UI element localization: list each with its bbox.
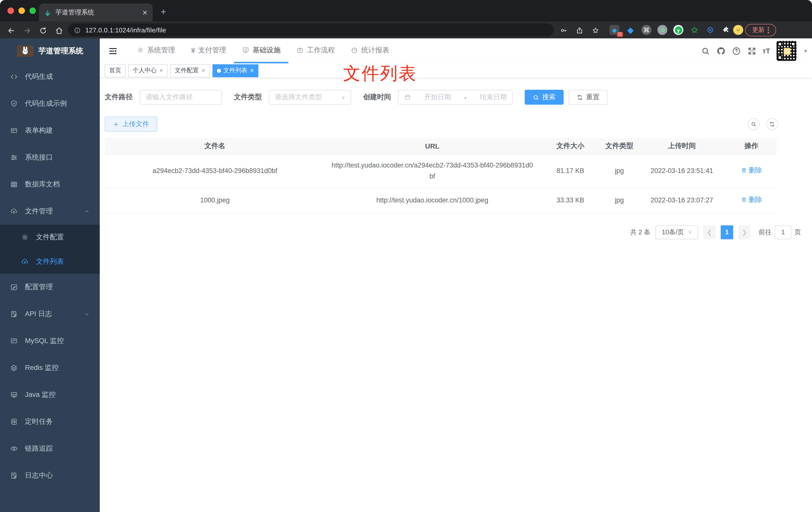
start-date-input[interactable]: 开始日期 bbox=[424, 93, 451, 102]
extension-gem-icon[interactable]: ◆ bbox=[626, 25, 635, 35]
chevron-down-icon: ∨ bbox=[688, 229, 692, 235]
browser-update-button[interactable]: 更新 bbox=[745, 24, 776, 36]
end-date-input[interactable]: 结束日期 bbox=[480, 93, 507, 102]
sidebar-item-文件配置[interactable]: 文件配置 bbox=[0, 225, 100, 249]
toggle-search-button[interactable] bbox=[748, 118, 760, 130]
close-window-button[interactable] bbox=[7, 7, 14, 14]
sidebar-item-API 日志[interactable]: API 日志 bbox=[0, 301, 100, 328]
sidebar: 芋道管理系统 代码生成代码生成示例表单构建系统接口数据库文档文件管理文件配置文件… bbox=[0, 38, 100, 512]
window-controls[interactable] bbox=[7, 7, 36, 14]
tag-个人中心[interactable]: 个人中心✕ bbox=[128, 64, 168, 77]
sidebar-item-配置管理[interactable]: 配置管理 bbox=[0, 274, 100, 301]
sidebar-item-代码生成示例[interactable]: 代码生成示例 bbox=[0, 90, 100, 117]
sidebar-item-MySQL 监控[interactable]: MySQL 监控 bbox=[0, 328, 100, 355]
goto-page-input[interactable]: 1 bbox=[775, 225, 791, 239]
extension-command-icon[interactable]: ⌘ bbox=[641, 25, 651, 35]
delete-button[interactable]: 删除 bbox=[741, 165, 762, 176]
browser-toolbar: 127.0.0.1:1024/infra/file/file ◆ 11 ◆ ⌘ … bbox=[0, 22, 812, 38]
refresh-table-button[interactable] bbox=[766, 118, 778, 130]
extension-tabs-icon[interactable]: ◆ 11 bbox=[609, 25, 619, 35]
tag-label: 个人中心 bbox=[133, 66, 156, 75]
file-type-select[interactable]: 请选择文件类型 ∨ bbox=[269, 90, 351, 105]
search-button[interactable]: 搜索 bbox=[525, 90, 563, 105]
collapse-sidebar-icon[interactable] bbox=[104, 42, 122, 60]
code-icon bbox=[10, 73, 18, 81]
sidebar-item-系统接口[interactable]: 系统接口 bbox=[0, 144, 100, 171]
favicon-plant-icon bbox=[44, 8, 51, 17]
search-icon bbox=[533, 94, 539, 100]
reload-icon[interactable] bbox=[39, 25, 48, 35]
tag-文件列表[interactable]: 文件列表✕ bbox=[212, 64, 259, 77]
topnav-item-统计报表[interactable]: 统计报表 bbox=[343, 38, 397, 63]
browser-tab[interactable]: 芋道管理系统 ✕ bbox=[39, 3, 153, 22]
font-size-icon[interactable]: ᴛT bbox=[762, 47, 770, 55]
tag-close-icon[interactable]: ✕ bbox=[201, 68, 205, 73]
new-tab-button[interactable]: + bbox=[161, 5, 166, 19]
password-key-icon[interactable] bbox=[560, 25, 568, 34]
sidebar-item-定时任务[interactable]: 定时任务 bbox=[0, 408, 100, 435]
chevron-down-icon: ∨ bbox=[341, 94, 345, 100]
refresh-icon bbox=[577, 94, 583, 100]
page-size-select[interactable]: 10条/页 ∨ bbox=[656, 225, 698, 239]
prev-page-button[interactable]: ❮ bbox=[703, 225, 716, 239]
tab-close-icon[interactable]: ✕ bbox=[142, 9, 148, 16]
github-icon[interactable] bbox=[716, 46, 725, 56]
reset-button[interactable]: 重置 bbox=[569, 90, 608, 105]
extensions-puzzle-icon[interactable] bbox=[721, 25, 731, 35]
file-path-label: 文件路径 bbox=[105, 93, 133, 102]
forward-icon[interactable] bbox=[23, 25, 31, 35]
zoom-window-button[interactable] bbox=[29, 7, 36, 14]
sidebar-item-代码生成[interactable]: 代码生成 bbox=[0, 63, 100, 90]
topnav-item-基础设施[interactable]: 基础设施 bbox=[234, 38, 289, 63]
extension-badge: 11 bbox=[617, 32, 623, 37]
avatar-caret-down-icon[interactable]: ▼ bbox=[803, 48, 808, 54]
cell-type: jpg bbox=[601, 188, 637, 213]
site-info-icon[interactable] bbox=[74, 26, 81, 34]
fullscreen-icon[interactable] bbox=[747, 46, 756, 56]
report-icon bbox=[351, 47, 358, 54]
url-text: 127.0.0.1:1024/infra/file/file bbox=[85, 26, 166, 34]
bookmark-star-icon[interactable] bbox=[591, 25, 600, 34]
file-path-input[interactable]: 请输入文件路径 bbox=[140, 90, 222, 105]
topnav-item-支付管理[interactable]: ¥支付管理 bbox=[183, 38, 234, 63]
current-page[interactable]: 1 bbox=[721, 225, 733, 239]
profile-emoji-icon[interactable] bbox=[733, 25, 743, 35]
user-avatar[interactable] bbox=[776, 40, 797, 61]
sidebar-item-Redis 监控[interactable]: Redis 监控 bbox=[0, 355, 100, 381]
tag-首页[interactable]: 首页 bbox=[105, 64, 126, 77]
logo-rabbit-image bbox=[17, 45, 33, 57]
tag-close-icon[interactable]: ✕ bbox=[159, 68, 163, 73]
sidebar-item-数据库文档[interactable]: 数据库文档 bbox=[0, 171, 100, 198]
share-icon[interactable] bbox=[576, 25, 584, 34]
sidebar-item-label: 链路追踪 bbox=[25, 444, 90, 453]
address-bar[interactable]: 127.0.0.1:1024/infra/file/file bbox=[68, 24, 554, 36]
sidebar-item-文件管理[interactable]: 文件管理 bbox=[0, 198, 100, 225]
extension-y-icon[interactable]: y bbox=[673, 25, 683, 35]
delete-label: 删除 bbox=[749, 194, 762, 205]
extension-dot-icon[interactable] bbox=[657, 25, 667, 35]
sidebar-item-文件列表[interactable]: 文件列表 bbox=[0, 249, 100, 274]
table-header-row: 文件名URL文件大小文件类型上传时间操作 bbox=[105, 138, 777, 154]
upload-file-button[interactable]: 上传文件 bbox=[105, 117, 157, 131]
delete-button[interactable]: 删除 bbox=[741, 194, 762, 205]
extension-eye-icon[interactable] bbox=[705, 25, 715, 35]
sidebar-item-日志中心[interactable]: 日志中心 bbox=[0, 462, 100, 489]
cloud-upload-icon bbox=[10, 207, 18, 215]
sidebar-item-Java 监控[interactable]: Java 监控 bbox=[0, 381, 100, 408]
extension-star-icon[interactable] bbox=[689, 25, 699, 35]
tag-文件配置[interactable]: 文件配置✕ bbox=[170, 64, 210, 77]
sidebar-item-链路追踪[interactable]: 链路追踪 bbox=[0, 435, 100, 462]
topnav-item-系统管理[interactable]: 系统管理 bbox=[129, 38, 183, 63]
app-logo[interactable]: 芋道管理系统 bbox=[0, 38, 100, 63]
browser-menu-icon[interactable] bbox=[767, 27, 769, 33]
date-range-picker[interactable]: 开始日期 - 结束日期 bbox=[398, 90, 513, 105]
sidebar-item-表单构建[interactable]: 表单构建 bbox=[0, 117, 100, 144]
minimize-window-button[interactable] bbox=[19, 7, 25, 14]
search-icon[interactable] bbox=[700, 46, 710, 56]
help-question-icon[interactable] bbox=[731, 46, 741, 56]
home-icon[interactable] bbox=[55, 25, 63, 35]
back-icon[interactable] bbox=[7, 25, 16, 35]
topnav-item-工作流程[interactable]: 工作流程 bbox=[289, 38, 343, 63]
next-page-button[interactable]: ❯ bbox=[738, 225, 751, 239]
tag-close-icon[interactable]: ✕ bbox=[250, 68, 254, 73]
